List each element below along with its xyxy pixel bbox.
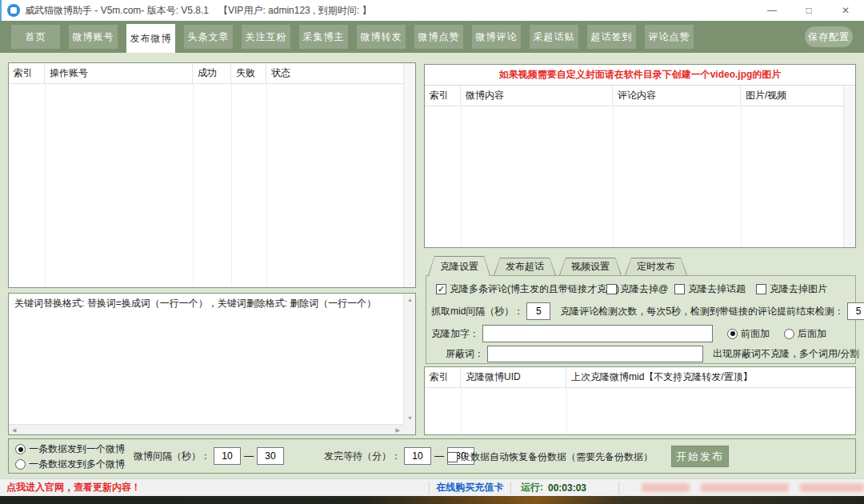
redacted-area bbox=[619, 483, 864, 492]
column-header-index[interactable]: 索引 bbox=[425, 86, 461, 106]
column-header-success[interactable]: 成功 bbox=[193, 63, 231, 83]
clone-remove-image-option[interactable]: 克隆去掉图片 bbox=[756, 282, 827, 296]
subtab-label: 克隆设置 bbox=[429, 257, 490, 276]
range-dash: — bbox=[244, 450, 254, 462]
tab-weibo-repost[interactable]: 微博转发 bbox=[357, 25, 406, 49]
minimize-icon[interactable]: — bbox=[754, 0, 790, 21]
scroll-down-icon[interactable]: ▼ bbox=[407, 415, 413, 421]
tab-home[interactable]: 首页 bbox=[11, 25, 60, 49]
save-config-button[interactable]: 保存配置 bbox=[805, 26, 853, 47]
buy-card-link[interactable]: 在线购买充值卡 bbox=[430, 481, 510, 494]
grid-line bbox=[193, 84, 194, 286]
tab-supertopic-checkin[interactable]: 超话签到 bbox=[587, 25, 636, 49]
keyword-replace-textarea[interactable]: 关键词替换格式: 替换词=换成词（一行一个），关键词删除格式: 删除词（一行一个… bbox=[10, 294, 402, 423]
checkbox-checked[interactable]: ✓ bbox=[436, 284, 446, 294]
radio-checked[interactable] bbox=[727, 329, 738, 339]
scroll-right-icon[interactable]: ▶ bbox=[396, 427, 400, 433]
column-header-index[interactable]: 索引 bbox=[9, 63, 45, 83]
grid-line bbox=[266, 84, 267, 286]
tab-follow-fans[interactable]: 关注互粉 bbox=[242, 25, 290, 49]
radio-unchecked[interactable] bbox=[15, 459, 26, 470]
column-header-account[interactable]: 操作账号 bbox=[45, 63, 193, 83]
maximize-icon[interactable]: □ bbox=[790, 0, 827, 21]
column-header-status[interactable]: 状态 bbox=[266, 63, 415, 83]
redacted-text bbox=[642, 483, 690, 492]
clone-uid-table: 索引 克隆微博UID 上次克隆微博mid【不支持克隆转发/置顶】 bbox=[424, 366, 856, 435]
detect-count-label: 克隆评论检测次数，每次5秒，检测到带链接的评论提前结束检测： bbox=[560, 305, 844, 318]
mid-interval-input[interactable] bbox=[526, 302, 550, 320]
official-site-link[interactable]: 点我进入官网，查看更新内容！ bbox=[0, 481, 429, 494]
add-back-option[interactable]: 后面加 bbox=[784, 327, 826, 341]
subtab-label: 视频设置 bbox=[560, 258, 621, 275]
clone-add-text-input[interactable] bbox=[482, 325, 713, 342]
redacted-text bbox=[701, 483, 789, 492]
column-header-media[interactable]: 图片/视频 bbox=[741, 86, 855, 106]
wait-after-min-input[interactable] bbox=[404, 447, 431, 465]
account-table-scrollbar[interactable] bbox=[403, 63, 415, 287]
radio-label: 一条数据发到多个微博 bbox=[29, 458, 125, 471]
tab-weibo-accounts[interactable]: 微博账号 bbox=[69, 25, 118, 49]
app-icon bbox=[7, 4, 20, 17]
runtime-status: 运行: 00:03:03 bbox=[511, 481, 618, 494]
horizontal-scrollbar[interactable]: ◀ ▶ bbox=[9, 424, 403, 434]
block-words-input[interactable] bbox=[487, 346, 703, 362]
checkbox-label: 克隆去掉@ bbox=[620, 282, 668, 296]
weibo-interval-label: 微博间隔（秒）： bbox=[134, 450, 210, 463]
close-icon[interactable]: ✕ bbox=[827, 0, 864, 21]
column-header-weibo-content[interactable]: 微博内容 bbox=[461, 86, 613, 106]
content-table-scrollbar[interactable] bbox=[843, 86, 855, 247]
radio-unchecked[interactable] bbox=[784, 329, 794, 339]
clone-multi-comments-option[interactable]: ✓ 克隆多条评论(博主发的且带链接才克隆) bbox=[436, 282, 619, 296]
add-front-option[interactable]: 前面加 bbox=[727, 327, 770, 341]
tab-collect-supertopic-posts[interactable]: 采超话贴 bbox=[530, 25, 578, 49]
desktop-background-strip bbox=[0, 496, 864, 504]
tab-publish-weibo[interactable]: 发布微博 bbox=[126, 24, 175, 53]
column-header-comment-content[interactable]: 评论内容 bbox=[613, 86, 741, 106]
tab-collect-bloggers[interactable]: 采集博主 bbox=[299, 25, 348, 49]
subtab-publish-supertopic[interactable]: 发布超话 bbox=[494, 258, 556, 275]
checkbox-unchecked[interactable] bbox=[606, 284, 617, 294]
block-words-hint: 出现屏蔽词不克隆，多个词用/分割 bbox=[713, 347, 859, 361]
vertical-scrollbar[interactable]: ▲ ▼ bbox=[403, 294, 415, 424]
scroll-left-icon[interactable]: ◀ bbox=[12, 427, 16, 433]
checkbox-unchecked[interactable] bbox=[674, 284, 685, 294]
clone-add-text-row: 克隆加字： 前面加 后面加 bbox=[431, 325, 826, 342]
runtime-value: 00:03:03 bbox=[548, 482, 586, 494]
clone-add-text-label: 克隆加字： bbox=[431, 327, 479, 341]
subtab-scheduled-publish[interactable]: 定时发布 bbox=[625, 258, 687, 275]
subtab-video-settings[interactable]: 视频设置 bbox=[559, 258, 622, 275]
content-table-header: 索引 微博内容 评论内容 图片/视频 bbox=[425, 86, 855, 106]
window-controls: — □ ✕ bbox=[754, 0, 864, 21]
grid-line bbox=[45, 84, 46, 286]
clone-remove-topic-option[interactable]: 克隆去掉话题 bbox=[674, 282, 746, 296]
subtab-clone-settings[interactable]: 克隆设置 bbox=[428, 256, 490, 276]
column-header-fail[interactable]: 失败 bbox=[231, 63, 266, 83]
tab-weibo-like[interactable]: 微博点赞 bbox=[414, 25, 463, 49]
tab-weibo-comment[interactable]: 微博评论 bbox=[472, 25, 521, 49]
column-header-last-mid[interactable]: 上次克隆微博mid【不支持克隆转发/置顶】 bbox=[566, 367, 855, 387]
grid-line bbox=[461, 389, 462, 434]
send-multi-option[interactable]: 一条数据发到多个微博 bbox=[15, 458, 125, 471]
runtime-label: 运行: bbox=[521, 481, 543, 494]
clone-remove-at-option[interactable]: 克隆去掉@ bbox=[606, 282, 668, 296]
scroll-up-icon[interactable]: ▲ bbox=[407, 297, 413, 302]
tab-toutiao-articles[interactable]: 头条文章 bbox=[184, 25, 233, 49]
radio-checked[interactable] bbox=[15, 444, 26, 454]
wait-after-label: 发完等待（分）： bbox=[324, 450, 401, 463]
weibo-interval-min-input[interactable] bbox=[214, 447, 241, 465]
start-publish-button[interactable]: 开始发布 bbox=[671, 446, 729, 467]
scrollbar-corner bbox=[403, 424, 415, 434]
restore-backup-option[interactable]: 没数据自动恢复备份数据（需要先备份数据） bbox=[447, 450, 653, 464]
checkbox-unchecked[interactable] bbox=[447, 452, 458, 462]
tab-comment-like[interactable]: 评论点赞 bbox=[645, 25, 694, 49]
send-one-option[interactable]: 一条数据发到一个微博 bbox=[15, 442, 125, 456]
column-header-clone-uid[interactable]: 克隆微博UID bbox=[461, 367, 566, 387]
main-tabbar: 首页 微博账号 发布微博 头条文章 关注互粉 采集博主 微博转发 微博点赞 微博… bbox=[0, 21, 864, 53]
video-cover-notice: 如果视频需要自定义封面请在软件目录下创建一个video.jpg的图片 bbox=[425, 65, 855, 86]
weibo-interval-max-input[interactable] bbox=[257, 447, 284, 465]
detect-count-input[interactable] bbox=[847, 302, 864, 320]
column-header-index[interactable]: 索引 bbox=[425, 367, 461, 387]
checkbox-label: 没数据自动恢复备份数据（需要先备份数据） bbox=[461, 450, 653, 464]
checkbox-unchecked[interactable] bbox=[756, 284, 766, 294]
keyword-replace-panel: 关键词替换格式: 替换词=换成词（一行一个），关键词删除格式: 删除词（一行一个… bbox=[8, 293, 416, 435]
